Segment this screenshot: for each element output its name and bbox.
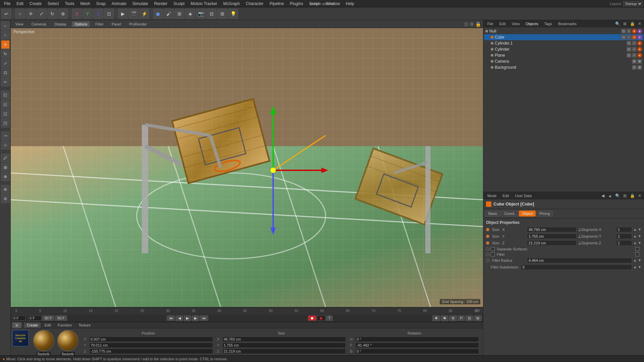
segments-y-input[interactable] bbox=[616, 234, 632, 239]
size-y-input[interactable] bbox=[222, 343, 346, 348]
play-btn[interactable]: ▶ bbox=[184, 315, 191, 321]
left-tool7-btn[interactable]: ◰ bbox=[1, 90, 10, 99]
obj-cylinder1[interactable]: Cylinder.1 ⊡ ✓ ● bbox=[484, 40, 643, 46]
segments-y-dn[interactable]: ▼ bbox=[638, 234, 641, 238]
menu-motiontracker[interactable]: Motion Tracker bbox=[188, 1, 220, 7]
fillet-radius-up[interactable]: ▲ bbox=[633, 258, 637, 262]
menu-tools[interactable]: Tools bbox=[62, 1, 77, 7]
left-selection-btn[interactable]: ○ bbox=[1, 31, 10, 40]
segments-z-dn[interactable]: ▼ bbox=[638, 241, 641, 245]
left-tool8-btn[interactable]: ◱ bbox=[1, 100, 10, 109]
rtb-view[interactable]: View bbox=[509, 21, 523, 26]
detail-button[interactable]: ⊞ bbox=[174, 9, 184, 19]
left-rotate-btn[interactable]: ↻ bbox=[1, 50, 10, 58]
size-z-input[interactable] bbox=[222, 349, 346, 354]
frame-value-input[interactable] bbox=[28, 315, 42, 321]
left-smear-btn[interactable]: ◍ bbox=[1, 163, 10, 172]
left-tool11-btn[interactable]: ⊸ bbox=[1, 131, 10, 140]
menu-simulate[interactable]: Simulate bbox=[130, 1, 151, 7]
mode-tab[interactable]: Mode bbox=[485, 193, 499, 198]
obj-bg-icon1[interactable]: ⊡ bbox=[632, 65, 637, 70]
expand-icon[interactable]: ⊞ bbox=[622, 21, 628, 27]
menu-help[interactable]: Help bbox=[343, 1, 357, 7]
render-button[interactable]: 🎬 bbox=[128, 9, 139, 19]
left-magnet-btn[interactable]: ⊗ bbox=[1, 172, 10, 181]
rtb-bookmarks[interactable]: Bookmarks bbox=[555, 21, 579, 26]
grid-snap-btn[interactable]: ⊟ bbox=[466, 315, 473, 321]
transform-button[interactable]: ⊕ bbox=[58, 9, 68, 19]
fillet-checkbox2[interactable] bbox=[635, 252, 639, 256]
menu-create[interactable]: Create bbox=[27, 1, 44, 7]
obj-c1-icon2[interactable]: ✓ bbox=[632, 41, 637, 46]
step-fwd-btn[interactable]: ▶ bbox=[192, 315, 199, 321]
obj-null-icon3[interactable]: ● bbox=[632, 29, 637, 34]
obj-cube-icon2[interactable]: ✓ bbox=[627, 35, 631, 40]
props-search-icon[interactable]: 🔍 bbox=[614, 193, 621, 199]
rtb-objects[interactable]: Objects bbox=[523, 21, 541, 26]
pos-y-input[interactable] bbox=[89, 343, 213, 348]
vtab-display[interactable]: Display bbox=[52, 21, 69, 27]
props-fwd-icon[interactable]: ▲ bbox=[607, 193, 613, 199]
jump-start-btn[interactable]: ⏮ bbox=[167, 315, 175, 321]
menu-plugins[interactable]: Plugins bbox=[287, 1, 306, 7]
z-axis-button[interactable]: Z bbox=[93, 9, 103, 19]
menu-sculpt[interactable]: Sculpt bbox=[171, 1, 187, 7]
obj-cy-icon2[interactable]: ✓ bbox=[632, 47, 637, 52]
material-1-ball[interactable] bbox=[33, 330, 54, 351]
edit-tab[interactable]: Edit bbox=[500, 193, 512, 198]
fillet-subdiv-dn[interactable]: ▼ bbox=[638, 265, 641, 269]
obj-null[interactable]: Null ⊡ ✓ ● ● bbox=[484, 28, 643, 34]
x-axis-button[interactable]: X bbox=[72, 9, 82, 19]
viewport-settings-icon[interactable]: ⚙ bbox=[470, 21, 474, 27]
add-key-btn[interactable]: ✚ bbox=[432, 315, 440, 321]
obj-cam-icon1[interactable]: ⊞ bbox=[632, 59, 637, 64]
separate-surfaces-checkbox2[interactable] bbox=[635, 247, 639, 251]
obj-bg-icon2[interactable]: ⊠ bbox=[637, 65, 642, 70]
vtab-panel[interactable]: Panel bbox=[109, 21, 124, 27]
undo-button[interactable]: ↩ bbox=[1, 9, 11, 19]
live-selection-button[interactable]: ○ bbox=[15, 9, 25, 19]
layout-select[interactable]: Startup bbox=[623, 1, 643, 6]
obj-cy-icon3[interactable]: ● bbox=[637, 47, 642, 52]
obj-c1-icon1[interactable]: ⊡ bbox=[627, 41, 631, 46]
separate-surfaces-checkbox[interactable] bbox=[491, 247, 495, 251]
rot-h-input[interactable] bbox=[355, 337, 479, 342]
rot-p-input[interactable] bbox=[355, 343, 479, 348]
obj-camera[interactable]: Camera ⊞ ⊠ bbox=[484, 58, 643, 64]
fillet-radius-input[interactable] bbox=[527, 258, 632, 263]
step-back-btn[interactable]: ◀ bbox=[176, 315, 183, 321]
props-lock-icon[interactable]: 🔒 bbox=[629, 193, 635, 199]
segments-z-input[interactable] bbox=[616, 240, 632, 246]
pos-x-input[interactable] bbox=[89, 337, 213, 342]
key-settings-btn[interactable]: ⚙ bbox=[449, 315, 457, 321]
grid-button[interactable]: ⊟ bbox=[207, 9, 217, 19]
del-key-btn[interactable]: ✖ bbox=[441, 315, 448, 321]
menu-pipeline[interactable]: Pipeline bbox=[267, 1, 287, 7]
vtab-prorender[interactable]: ProRender bbox=[126, 21, 150, 27]
record-btn[interactable]: ⏺ bbox=[308, 315, 316, 321]
vtab-view[interactable]: View bbox=[13, 21, 26, 27]
ptab-object[interactable]: Object bbox=[519, 210, 536, 217]
obj-cy-icon1[interactable]: ⊡ bbox=[627, 47, 631, 52]
jump-end-btn[interactable]: ⏭ bbox=[200, 315, 208, 321]
segments-x-dn[interactable]: ▼ bbox=[638, 228, 641, 231]
left-tool6-btn[interactable]: ✂ bbox=[1, 78, 10, 86]
xyz-button[interactable]: ⊡ bbox=[104, 9, 114, 19]
size-z-arrows[interactable]: ⊥ bbox=[578, 241, 580, 245]
rtb-edit[interactable]: Edit bbox=[497, 21, 508, 26]
obj-cube-icon4[interactable]: ● bbox=[637, 35, 642, 40]
rotate-button[interactable]: ↻ bbox=[47, 9, 57, 19]
segments-z-up[interactable]: ▲ bbox=[633, 241, 637, 245]
size-x-prop-input[interactable] bbox=[527, 227, 577, 232]
key-sel-btn[interactable]: ? bbox=[326, 315, 333, 321]
size-y-arrows[interactable]: ⊥ bbox=[578, 234, 580, 239]
quad-button[interactable]: ⊞ bbox=[217, 9, 227, 19]
obj-pl-icon2[interactable]: ✓ bbox=[632, 53, 637, 58]
btab-edit[interactable]: Edit bbox=[42, 322, 54, 328]
fillet-radius-dn[interactable]: ▼ bbox=[638, 258, 641, 262]
obj-null-icon4[interactable]: ● bbox=[637, 29, 642, 34]
paint-button[interactable]: 🖌 bbox=[164, 9, 174, 19]
props-back-icon[interactable]: ◀ bbox=[600, 193, 606, 199]
pos-z-input[interactable] bbox=[89, 349, 213, 354]
vtab-options[interactable]: Options bbox=[72, 21, 90, 27]
